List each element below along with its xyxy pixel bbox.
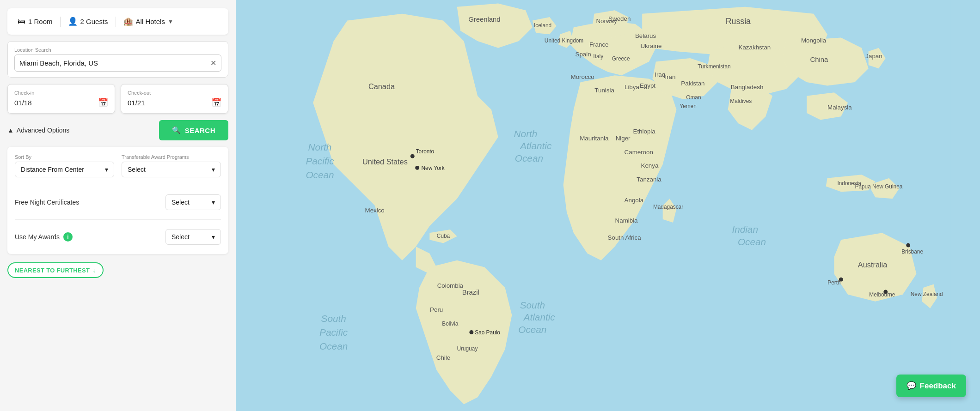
location-label: Location Search (14, 47, 221, 53)
checkin-label: Check-in (14, 90, 108, 96)
calendar-icon-checkout[interactable]: 📅 (211, 97, 221, 108)
divider-1 (60, 17, 61, 27)
brazil-label: Brazil (462, 289, 479, 296)
toronto-label: Toronto (416, 148, 435, 155)
turkmenistan-label: Turkmenistan (698, 63, 730, 70)
transferable-value: Select (128, 166, 146, 173)
hotel-type-selector[interactable]: 🏨 All Hotels ▼ (121, 15, 176, 28)
world-map: Greenland Iceland Canada United States M… (236, 0, 980, 411)
checkout-field: Check-out 📅 (121, 84, 228, 114)
free-night-value: Select (172, 199, 190, 206)
location-section: Location Search ✕ (7, 41, 228, 78)
south-atlantic-label: South (520, 300, 545, 310)
kenya-label: Kenya (641, 162, 659, 169)
free-night-dropdown[interactable]: Select ▾ (165, 194, 221, 210)
niger-label: Niger (616, 135, 631, 142)
transferable-label: Transferable Award Programs (122, 154, 221, 160)
calendar-icon-checkin[interactable]: 📅 (98, 97, 108, 108)
ukraine-label: Ukraine (640, 42, 662, 49)
indian-label: Indian (732, 224, 758, 235)
libya-label: Libya (625, 84, 639, 91)
north-atlantic-label: North (514, 128, 538, 139)
canada-label: Canada (368, 82, 395, 91)
tunisia-label: Tunisia (594, 87, 614, 94)
hotel-icon: 🏨 (123, 17, 133, 26)
bolivia-label: Bolivia (442, 320, 458, 327)
tanzania-label: Tanzania (637, 176, 662, 183)
china-label: China (810, 56, 828, 63)
melbourne-label: Melbourne (869, 291, 895, 298)
use-my-awards-right: Select ▾ (165, 229, 221, 245)
clear-icon[interactable]: ✕ (210, 59, 216, 67)
melbourne-dot (883, 290, 888, 294)
south-pacific-label: South (321, 313, 346, 324)
checkin-input[interactable] (14, 99, 51, 107)
cuba-label: Cuba (437, 233, 450, 239)
uk-label: United Kingdom (545, 37, 584, 44)
north-pacific-label3: Ocean (306, 169, 334, 180)
separator-2 (15, 219, 221, 220)
use-my-awards-label: Use My Awards (15, 233, 60, 241)
bangladesh-label: Bangladesh (731, 84, 764, 91)
checkin-input-row: 📅 (14, 97, 108, 108)
info-icon[interactable]: i (63, 232, 73, 242)
location-input[interactable] (19, 59, 210, 67)
room-label: 1 Room (28, 18, 53, 25)
perth-label: Perth (827, 279, 840, 286)
south-pacific-label2: Pacific (319, 327, 348, 338)
checkin-field: Check-in 📅 (7, 84, 115, 114)
north-atlantic-label2: Atlantic (519, 140, 552, 151)
mauritania-label: Mauritania (580, 135, 609, 142)
chevron-down-icon-free-night: ▾ (212, 199, 215, 206)
namibia-label: Namibia (615, 217, 638, 224)
sort-by-field: Sort By Distance From Center ▾ (15, 154, 114, 177)
toronto-dot (410, 154, 415, 158)
chile-label: Chile (436, 354, 450, 361)
new-zealand-label: New Zealand (911, 291, 943, 297)
new-york-dot (415, 166, 419, 170)
search-button[interactable]: 🔍 SEARCH (159, 120, 228, 140)
advanced-panel: Sort By Distance From Center ▾ Transfera… (7, 147, 228, 254)
perth-dot (839, 278, 843, 282)
feedback-label: Feedback (920, 381, 956, 391)
greece-label: Greece (612, 55, 630, 62)
png-label: Papua New Guinea (855, 183, 902, 190)
kazakhstan-label: Kazakhstan (739, 44, 771, 51)
transferable-field: Transferable Award Programs Select ▾ (122, 154, 221, 177)
transferable-dropdown[interactable]: Select ▾ (122, 162, 221, 177)
maldives-label: Maldives (730, 98, 752, 104)
free-night-right: Select ▾ (165, 194, 221, 210)
sort-badge[interactable]: NEAREST TO FURTHEST ↓ (7, 262, 104, 278)
brisbane-label: Brisbane (901, 248, 923, 255)
location-input-wrapper: ✕ (14, 54, 221, 72)
guests-selector[interactable]: 👤 2 Guests (65, 15, 111, 28)
spain-label: Spain (576, 51, 591, 58)
checkout-input[interactable] (128, 99, 165, 107)
advanced-options-label: Advanced Options (17, 127, 69, 134)
mongolia-label: Mongolia (801, 37, 827, 44)
use-my-awards-dropdown[interactable]: Select ▾ (165, 229, 221, 245)
indian-label2: Ocean (738, 236, 766, 247)
uruguay-label: Uruguay (457, 345, 478, 352)
south-pacific-label3: Ocean (319, 341, 348, 351)
japan-label: Japan (865, 53, 882, 60)
date-row: Check-in 📅 Check-out 📅 (7, 84, 228, 114)
separator-1 (15, 185, 221, 185)
room-selector[interactable]: 🛏 1 Room (15, 15, 55, 28)
use-my-awards-left: Use My Awards i (15, 232, 73, 242)
north-pacific-label2: Pacific (306, 156, 334, 166)
advanced-options-button[interactable]: ▲ Advanced Options (7, 127, 69, 134)
peru-label: Peru (430, 306, 443, 313)
angola-label: Angola (625, 197, 644, 204)
greenland-label: Greenland (468, 16, 500, 23)
search-row: ▲ Advanced Options 🔍 SEARCH (7, 120, 228, 140)
feedback-button[interactable]: 💬 Feedback (896, 375, 966, 397)
belarus-label: Belarus (635, 32, 656, 39)
malaysia-label: Malaysia (827, 104, 852, 111)
north-pacific-label: North (308, 142, 332, 152)
new-york-label: New York (422, 165, 445, 171)
mexico-label: Mexico (365, 207, 385, 214)
sort-by-dropdown[interactable]: Distance From Center ▾ (15, 162, 114, 177)
australia-label: Australia (858, 260, 888, 269)
cameroon-label: Cameroon (625, 149, 653, 156)
